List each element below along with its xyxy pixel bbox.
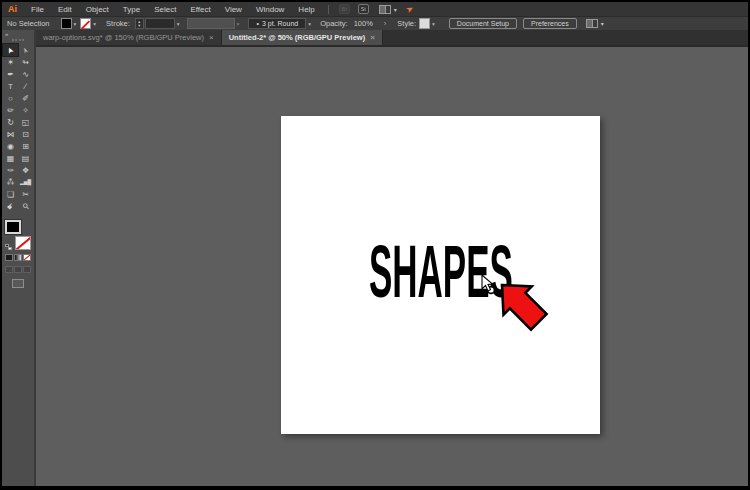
free-transform-tool[interactable]: ⊡ [18,128,33,140]
pen-tool[interactable]: ✒ [3,68,18,80]
curvature-tool-icon: ∿ [22,70,29,79]
chevron-down-icon[interactable]: ▾ [74,21,77,27]
draw-normal-button[interactable] [5,266,13,273]
artboard-tool[interactable]: ❏ [3,188,18,200]
menu-view[interactable]: View [218,5,249,14]
ellipse-tool[interactable]: ○ [3,92,18,104]
red-arrow-graphic[interactable] [497,280,553,336]
artboard[interactable]: SHAPES [281,116,600,434]
eyedropper-tool[interactable]: ✑ [3,164,18,176]
type-tool[interactable]: T [3,80,18,92]
draw-inside-button[interactable] [23,266,31,273]
graphic-style-swatch[interactable] [419,18,430,29]
collapse-panel-button[interactable]: « [2,30,34,38]
symbol-sprayer-tool-icon: ⁂ [7,178,15,187]
menu-effect[interactable]: Effect [183,5,217,14]
column-graph-tool[interactable]: ▂▅█ [18,176,33,188]
canvas-area[interactable]: SHAPES [36,47,748,486]
direct-selection-tool[interactable]: ➢ [18,44,33,56]
panel-drag-handle[interactable] [12,39,24,41]
selection-status: No Selection [7,19,50,28]
stroke-weight-dropdown[interactable] [145,18,175,29]
pen-tool-icon: ✒ [7,70,14,79]
paintbrush-tool[interactable]: ✐ [18,92,33,104]
bridge-icon[interactable]: Br [339,4,350,14]
opacity-more-options[interactable]: › [384,19,387,28]
menu-file[interactable]: File [24,5,51,14]
preferences-button[interactable]: Preferences [523,18,577,29]
magic-wand-tool[interactable]: ✶ [3,56,18,68]
tool-grid: ➤➢✶↬✒∿T∕○✐✏✧↻◱⋈⊡◉⊞▦▤✑❖⁂▂▅█❏✂☛⚲ [2,44,34,212]
stroke-color-swatch[interactable] [80,18,91,29]
change-screen-mode-button[interactable] [12,279,24,288]
hand-tool[interactable]: ☛ [3,200,18,212]
document-tab-1[interactable]: warp-options.svg* @ 150% (RGB/GPU Previe… [36,30,222,45]
brush-definition-dropdown[interactable]: • 3 pt. Round [248,18,306,29]
menu-help[interactable]: Help [291,5,321,14]
slice-tool[interactable]: ✂ [18,188,33,200]
width-profile-dropdown[interactable] [187,18,235,29]
shaper-tool-icon: ✧ [22,106,29,115]
stroke-swatch[interactable] [15,236,31,250]
none-button[interactable] [23,254,31,261]
lasso-tool-icon: ↬ [22,58,29,67]
stroke-weight-stepper[interactable]: ▲▼ [135,18,144,29]
chevron-down-icon[interactable]: ▾ [93,21,96,27]
symbol-sprayer-tool[interactable]: ⁂ [3,176,18,188]
brush-definition-value: 3 pt. Round [262,20,298,27]
width-tool-icon: ⋈ [7,130,15,139]
shapes-text[interactable]: SHAPES [369,235,513,309]
menu-items: FileEditObjectTypeSelectEffectViewWindow… [24,5,322,14]
share-icon[interactable]: ➤ [404,3,415,15]
chevron-down-icon[interactable]: ▾ [394,6,397,13]
scale-tool[interactable]: ◱ [18,116,33,128]
chevron-down-icon[interactable]: ▾ [177,21,180,27]
mesh-tool-icon: ▦ [7,154,15,163]
tab-label: warp-options.svg* @ 150% (RGB/GPU Previe… [43,33,204,42]
perspective-grid-tool[interactable]: ⊞ [18,140,33,152]
zoom-tool[interactable]: ⚲ [18,200,33,212]
adobe-stock-icon[interactable]: St [358,4,369,14]
tools-panel: « ➤➢✶↬✒∿T∕○✐✏✧↻◱⋈⊡◉⊞▦▤✑❖⁂▂▅█❏✂☛⚲ [2,30,36,486]
draw-behind-button[interactable] [14,266,22,273]
chevron-down-icon[interactable]: ▾ [432,21,435,27]
lasso-tool[interactable]: ↬ [18,56,33,68]
blend-tool[interactable]: ❖ [18,164,33,176]
selection-tool[interactable]: ➤ [3,44,18,56]
gradient-tool[interactable]: ▤ [18,152,33,164]
menu-window[interactable]: Window [249,5,291,14]
opacity-label: Opacity: [320,19,348,28]
rotate-tool[interactable]: ↻ [3,116,18,128]
chevron-down-icon[interactable]: ▾ [601,20,604,27]
opacity-value[interactable]: 100% [354,19,373,28]
mesh-tool[interactable]: ▦ [3,152,18,164]
fill-color-swatch[interactable] [61,18,72,29]
shape-builder-tool[interactable]: ◉ [3,140,18,152]
workspace-switcher-icon[interactable] [379,5,391,14]
pencil-tool[interactable]: ✏ [3,104,18,116]
paintbrush-tool-icon: ✐ [22,94,29,103]
document-tab-2[interactable]: Untitled-2* @ 50% (RGB/GPU Preview)× [222,30,383,45]
curvature-tool[interactable]: ∿ [18,68,33,80]
fill-swatch[interactable] [5,220,21,234]
width-tool[interactable]: ⋈ [3,128,18,140]
shaper-tool[interactable]: ✧ [18,104,33,116]
gradient-button[interactable] [14,254,22,261]
tab-close-icon[interactable]: × [209,33,214,42]
menu-type[interactable]: Type [116,5,147,14]
document-setup-button[interactable]: Document Setup [449,18,517,29]
line-segment-tool-icon: ∕ [25,82,26,91]
illustrator-window: Ai FileEditObjectTypeSelectEffectViewWin… [0,0,750,490]
menu-object[interactable]: Object [79,5,116,14]
ellipse-tool-icon: ○ [8,94,13,103]
arrange-documents-icon[interactable] [586,19,598,28]
default-fill-stroke-icon[interactable] [5,244,12,250]
color-mode-row [2,254,34,261]
line-segment-tool[interactable]: ∕ [18,80,33,92]
menu-select[interactable]: Select [147,5,183,14]
control-bar: No Selection ▾ ▾ Stroke: ▲▼ ▾ ▾ • 3 pt. … [2,16,748,30]
menu-edit[interactable]: Edit [51,5,79,14]
chevron-down-icon[interactable]: ▾ [308,21,311,27]
tab-close-icon[interactable]: × [370,33,375,42]
color-button[interactable] [5,254,13,261]
